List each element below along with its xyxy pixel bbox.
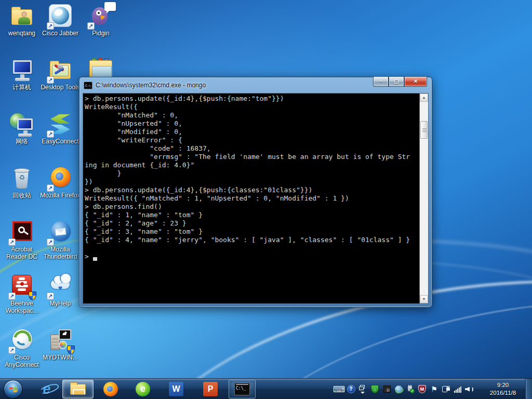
internet-explorer-icon: e [43, 381, 50, 397]
window-titlebar[interactable]: C:\ C:\windows\system32\cmd.exe - mongo … [79, 77, 432, 93]
clock-time: 9:20 [497, 381, 509, 389]
scroll-down-button[interactable]: ▼ [420, 295, 428, 303]
shortcut-arrow-icon: ↗ [8, 292, 16, 300]
taskbar-powerpoint[interactable]: P [194, 380, 227, 398]
desktop-icon-label: Acrobat Reader DC [0, 246, 44, 261]
cmd-window-icon: C:\_ [234, 383, 250, 395]
desktop-icon-computer[interactable]: 计算机 [0, 57, 44, 91]
console-client-area[interactable]: > db.persons.update({_id:4},{$push:{name… [83, 93, 429, 304]
desktop-tools-icon: ↗ [46, 57, 74, 83]
uac-shield-icon [67, 345, 75, 354]
cisco-jabber-icon: ↗ [46, 3, 74, 29]
network-icon [8, 111, 36, 137]
shortcut-arrow-icon: ↗ [87, 22, 95, 30]
mydtwin-installer-icon [46, 327, 74, 353]
cmd-icon: C:\ [84, 82, 92, 89]
clock-date: 2016/11/8 [490, 389, 516, 397]
cmd-window[interactable]: C:\ C:\windows\system32\cmd.exe - mongo … [79, 77, 432, 308]
shortcut-arrow-icon: ↗ [47, 184, 54, 192]
scrollbar[interactable]: ▲ ▼ [419, 94, 428, 303]
green-browser-icon: e [136, 382, 150, 396]
taskbar-word[interactable]: W [160, 380, 192, 398]
taskbar-windows-explorer[interactable] [62, 380, 94, 398]
desktop-icon-label: Cisco Jabber [38, 30, 82, 37]
recycle-bin-icon: ♻ [8, 165, 36, 191]
desktop-icon-label: Cisco AnyConnect [0, 354, 44, 369]
desktop-icon-label: 网络 [0, 138, 44, 145]
thunderbird-icon: ↗ [46, 219, 74, 245]
desktop-icon-label: EasyConnect [38, 138, 82, 145]
explorer-folder-icon [69, 382, 87, 396]
desktop-icon-recycle-bin[interactable]: ♻ 回收站 [0, 165, 44, 200]
word-icon: W [169, 382, 183, 396]
help-icon[interactable]: ? [347, 385, 355, 393]
usb-device-icon[interactable]: ✓ [406, 385, 415, 393]
shortcut-arrow-icon: ↗ [47, 238, 54, 246]
desktop-icon-network[interactable]: 网络 [0, 111, 44, 145]
computer-icon [8, 57, 36, 83]
desktop-icon-wenqtang[interactable]: wenqtang [0, 3, 44, 37]
scrollbar-thumb[interactable] [420, 121, 428, 139]
power-plug-icon[interactable] [442, 385, 450, 393]
network-signal-icon[interactable] [453, 386, 462, 393]
green-shield-icon[interactable]: ↓ [371, 385, 379, 393]
desktop-icon-label: 计算机 [0, 84, 44, 91]
acrobat-reader-icon: ↗ [8, 219, 36, 245]
shortcut-arrow-icon: ↗ [47, 292, 54, 300]
desktop-icon-pidgin[interactable]: ↗ Pidgin [79, 3, 123, 37]
desktop-icon-firefox[interactable]: ↗ Mozilla Firefox [38, 165, 82, 200]
windows-flag-icon [8, 384, 18, 394]
desktop-icon-beehive-workspaces[interactable]: ↗ Beehive Workspac... [0, 273, 44, 315]
window-title: C:\windows\system32\cmd.exe - mongo [96, 82, 206, 89]
minimize-button[interactable]: – [373, 77, 389, 87]
shortcut-arrow-icon: ↗ [47, 130, 54, 138]
desktop-icon-acrobat-reader[interactable]: ↗ Acrobat Reader DC [0, 219, 44, 261]
beehive-icon: ↗ [8, 273, 36, 299]
close-button[interactable]: ✕ [404, 77, 427, 87]
desktop-icon-label: Pidgin [79, 30, 123, 37]
desktop-icon-mydtwin[interactable]: MYDTWIN... [38, 327, 82, 362]
uac-shield-icon [29, 291, 36, 300]
anyconnect-icon: ↗ [8, 327, 36, 353]
show-hidden-icons-button[interactable] [358, 385, 367, 394]
desktop-icon-cisco-anyconnect[interactable]: ↗ Cisco AnyConnect [0, 327, 44, 369]
shortcut-arrow-icon: ↗ [8, 238, 16, 246]
shortcut-arrow-icon: ↗ [47, 22, 54, 30]
firefox-icon: ↗ [46, 165, 74, 191]
taskbar-clock[interactable]: 9:20 2016/11/8 [483, 379, 523, 399]
network-globe-icon[interactable] [395, 385, 403, 393]
mcafee-icon[interactable]: M [418, 385, 426, 393]
desktop-icon-label: MyHelp [38, 300, 82, 308]
pidgin-icon: ↗ [87, 3, 115, 29]
taskbar-green-browser[interactable]: e [128, 380, 158, 398]
taskbar-firefox[interactable] [96, 380, 126, 398]
scroll-up-button[interactable]: ▲ [420, 94, 428, 102]
desktop-icon-label: Desktop Tools [38, 84, 82, 91]
firefox-icon [103, 382, 118, 396]
myhelp-cloud-icon: ♥↗ [46, 273, 74, 299]
shortcut-arrow-icon: ↗ [8, 347, 16, 354]
desktop-icon-label: MYDTWIN... [38, 354, 82, 362]
desktop-icon-myhelp[interactable]: ♥↗ MyHelp [38, 273, 82, 308]
keyboard-icon[interactable]: ⌨ [335, 385, 343, 394]
show-desktop-button[interactable] [525, 379, 532, 399]
taskbar: e e W P C:\_ ⌨ ? ↓ ✓ M ⚑ [0, 378, 532, 399]
action-center-flag-icon[interactable]: ⚑ [430, 385, 438, 394]
volume-icon[interactable] [465, 385, 474, 393]
taskbar-cmd[interactable]: C:\_ [229, 380, 256, 398]
desktop-icon-desktop-tools[interactable]: ↗ Desktop Tools [38, 57, 82, 91]
start-button[interactable] [4, 380, 22, 398]
maximize-button[interactable]: ▢ [389, 77, 404, 87]
app-square-icon[interactable] [383, 385, 391, 393]
user-folder-icon [8, 3, 36, 29]
desktop-icon-easyconnect[interactable]: ↗ EasyConnect [38, 111, 82, 145]
taskbar-internet-explorer[interactable]: e [32, 380, 61, 398]
desktop[interactable]: wenqtang ↗ Cisco Jabber ↗ Pidgin 计算机 ↗ D… [0, 0, 532, 399]
desktop-icon-label: Mozilla Firefox [38, 192, 82, 200]
powerpoint-icon: P [203, 382, 218, 396]
desktop-icon-cisco-jabber[interactable]: ↗ Cisco Jabber [38, 3, 82, 37]
desktop-icon-label: Beehive Workspac... [0, 300, 44, 315]
shortcut-arrow-icon: ↗ [47, 76, 54, 84]
desktop-icon-thunderbird[interactable]: ↗ Mozilla Thunderbird [38, 219, 82, 261]
console-cursor [93, 257, 97, 261]
